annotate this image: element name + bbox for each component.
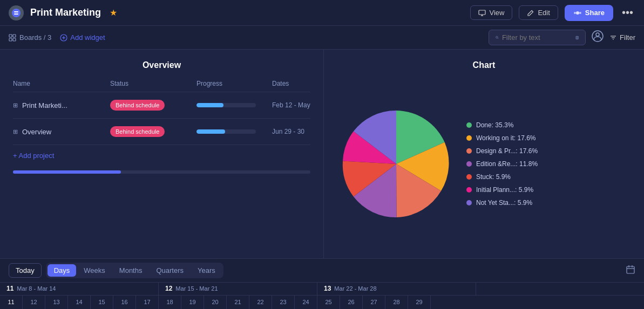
- svg-rect-11: [9, 38, 12, 41]
- time-opt-days[interactable]: Days: [48, 264, 77, 277]
- scrollbar-track[interactable]: [13, 170, 310, 174]
- timeline-bar: Today Days Weeks Months Quarters Years: [0, 258, 644, 282]
- day-cell-16: 16: [113, 296, 136, 309]
- svg-rect-3: [479, 10, 485, 15]
- legend-item-4: Stuck: 5.9%: [466, 173, 538, 181]
- svg-rect-2: [14, 13, 18, 15]
- overview-title: Overview: [13, 60, 310, 70]
- day-cell-28: 28: [385, 296, 408, 309]
- col-status: Status: [110, 80, 196, 87]
- boards-icon: [9, 34, 16, 42]
- legend-item-0: Done: 35.3%: [466, 121, 538, 129]
- day-cell-25: 25: [317, 296, 340, 309]
- table-row: ⊞ Overview Behind schedule Jun 29 - 30: [13, 119, 310, 145]
- app-logo: [9, 5, 24, 20]
- add-widget-button[interactable]: Add widget: [60, 33, 105, 42]
- time-opt-quarters[interactable]: Quarters: [150, 264, 190, 277]
- pie-svg: [337, 105, 456, 223]
- day-cell-26: 26: [340, 296, 363, 309]
- row-icon-1: ⊞: [13, 128, 18, 135]
- edit-button[interactable]: Edit: [519, 5, 558, 20]
- day-cell-29: 29: [408, 296, 431, 309]
- week-section-11: 11 Mar 8 - Mar 14: [0, 283, 159, 295]
- search-icon: [496, 34, 499, 41]
- day-cell-13: 13: [45, 296, 68, 309]
- search-input[interactable]: [502, 33, 572, 42]
- boards-breadcrumb[interactable]: Boards / 3: [9, 33, 51, 42]
- day-cell-11: 11: [0, 296, 23, 309]
- legend-item-3: Edition &Re...: 11.8%: [466, 160, 538, 168]
- svg-point-0: [12, 9, 21, 17]
- status-badge-0: Behind schedule: [110, 100, 165, 111]
- view-button[interactable]: View: [470, 5, 512, 20]
- svg-rect-9: [9, 35, 12, 37]
- row-name-0: ⊞ Print Marketi...: [13, 101, 110, 109]
- star-icon: ★: [110, 8, 117, 18]
- svg-rect-12: [13, 38, 16, 41]
- edit-icon: [527, 9, 534, 17]
- row-dates-0: Feb 12 - May: [272, 101, 324, 109]
- table-row: ⊞ Print Marketi... Behind schedule Feb 1…: [13, 92, 310, 119]
- add-project-button[interactable]: + Add project: [13, 145, 54, 166]
- legend-dot-4: [466, 174, 472, 180]
- gantt-timeline: 11 Mar 8 - Mar 14 12 Mar 15 - Mar 21 13 …: [0, 282, 644, 309]
- row-name-1: ⊞ Overview: [13, 128, 110, 136]
- day-cell-18: 18: [159, 296, 181, 309]
- svg-rect-10: [13, 35, 16, 37]
- calendar-icon-button[interactable]: [626, 265, 635, 277]
- table-header: Name Status Progress Dates: [13, 80, 310, 92]
- share-button[interactable]: Share: [565, 5, 613, 21]
- col-progress: Progress: [196, 80, 272, 87]
- svg-line-17: [498, 38, 499, 39]
- day-cell-21: 21: [227, 296, 249, 309]
- calendar-icon: [626, 265, 635, 274]
- profile-button[interactable]: [591, 30, 604, 45]
- chart-title: Chart: [337, 60, 631, 70]
- legend-dot-6: [466, 200, 472, 205]
- legend-dot-5: [466, 187, 472, 193]
- week-labels: 11 Mar 8 - Mar 14 12 Mar 15 - Mar 21 13 …: [0, 283, 644, 296]
- svg-rect-25: [627, 266, 634, 273]
- week-section-12: 12 Mar 15 - Mar 21: [159, 283, 317, 295]
- filter-search-area: Filter: [489, 30, 635, 45]
- progress-bar-1: [196, 129, 256, 134]
- top-header: Print Marketing ★ View Edit Share •••: [0, 0, 644, 26]
- search-box: [489, 30, 586, 45]
- chart-area: Done: 35.3% Working on it: 17.6% Design …: [337, 80, 631, 248]
- more-options-button[interactable]: •••: [620, 6, 635, 19]
- filter-icon: [609, 34, 617, 42]
- time-options: Days Weeks Months Quarters Years: [46, 263, 223, 278]
- svg-point-16: [496, 36, 498, 38]
- col-dates: Dates: [272, 80, 324, 87]
- today-button[interactable]: Today: [9, 263, 42, 278]
- scrollbar-thumb: [13, 170, 121, 174]
- time-opt-years[interactable]: Years: [191, 264, 222, 277]
- legend-item-2: Design & Pr...: 17.6%: [466, 147, 538, 155]
- svg-rect-19: [577, 38, 578, 38]
- monitor-icon: [478, 9, 486, 17]
- pie-chart: [337, 105, 456, 223]
- row-dates-1: Jun 29 - 30: [272, 128, 324, 135]
- time-opt-months[interactable]: Months: [113, 264, 149, 277]
- main-content: Overview Name Status Progress Dates ⊞ Pr…: [0, 50, 644, 258]
- legend-item-5: Initial Plann...: 5.9%: [466, 186, 538, 194]
- day-cell-27: 27: [363, 296, 385, 309]
- day-cell-22: 22: [249, 296, 272, 309]
- day-cell-17: 17: [136, 296, 159, 309]
- share-icon: [573, 9, 582, 17]
- row-status-1: Behind schedule: [110, 126, 196, 137]
- progress-fill-0: [196, 103, 223, 107]
- legend-item-1: Working on it: 17.6%: [466, 134, 538, 142]
- day-labels: 11 12 13 14 15 16 17 18 19 20 21 22 23 2…: [0, 296, 644, 309]
- page-title: Print Marketing: [30, 7, 101, 18]
- time-opt-weeks[interactable]: Weeks: [77, 264, 112, 277]
- svg-rect-1: [14, 11, 18, 12]
- sub-header: Boards / 3 Add widget: [0, 26, 644, 50]
- legend-item-6: Not Yet Sta...: 5.9%: [466, 199, 538, 207]
- row-progress-1: [196, 129, 272, 134]
- filter-button[interactable]: Filter: [609, 33, 635, 42]
- legend-dot-0: [466, 122, 472, 128]
- week-section-13: 13 Mar 22 - Mar 28: [317, 283, 476, 295]
- day-cell-14: 14: [68, 296, 91, 309]
- svg-point-7: [574, 12, 576, 14]
